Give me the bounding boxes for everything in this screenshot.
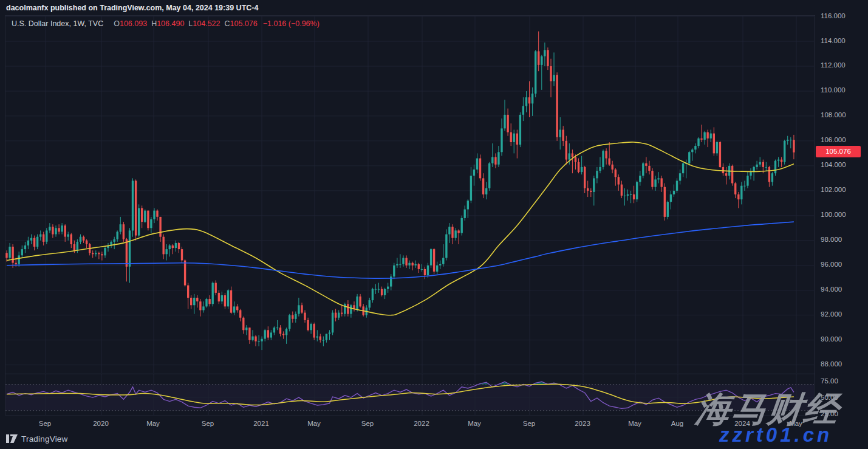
candle	[276, 327, 278, 328]
candle	[135, 181, 137, 236]
time-tick-label: 2022	[414, 420, 429, 427]
candle	[323, 340, 324, 341]
candle	[101, 254, 103, 255]
main-chart-pane[interactable]: U.S. Dollar Index, 1W, TVCO106.093H106.4…	[5, 15, 815, 374]
candle	[657, 178, 659, 179]
candle	[156, 211, 158, 217]
chart-legend[interactable]: U.S. Dollar Index, 1W, TVCO106.093H106.4…	[12, 19, 320, 28]
candle	[756, 165, 757, 167]
symbol-title[interactable]: U.S. Dollar Index, 1W, TVC	[12, 19, 103, 28]
close-label: C	[225, 19, 230, 28]
candle	[572, 153, 573, 157]
candle	[375, 289, 377, 290]
candle	[507, 115, 508, 132]
candle	[424, 269, 426, 275]
candle	[599, 167, 601, 171]
candle	[719, 142, 721, 167]
candle	[494, 157, 496, 165]
candle	[645, 163, 647, 166]
candle	[538, 51, 539, 65]
candle	[227, 290, 229, 307]
candle	[39, 235, 41, 237]
time-tick-label: Sep	[361, 420, 374, 427]
candle	[445, 235, 447, 258]
candle	[77, 242, 78, 250]
candle	[664, 187, 666, 217]
candle	[569, 153, 570, 159]
rsi-indicator-pane[interactable]	[5, 374, 815, 415]
candle	[273, 327, 275, 332]
candle	[421, 269, 423, 270]
candle	[476, 159, 478, 170]
price-tick-label: 98.000	[821, 235, 842, 244]
time-tick-label: 2021	[253, 420, 269, 427]
candle	[258, 341, 259, 342]
tradingview-brand-text[interactable]: TradingView	[21, 434, 68, 444]
candle	[581, 167, 583, 172]
candle	[667, 202, 669, 217]
candle	[648, 166, 650, 171]
candle	[163, 237, 165, 255]
price-tick-label: 100.000	[821, 210, 846, 219]
candle	[448, 227, 450, 234]
candle	[544, 50, 545, 56]
candle	[725, 173, 727, 176]
candle	[320, 337, 321, 340]
candle	[621, 185, 623, 196]
price-tick-label: 116.000	[821, 12, 846, 21]
candle	[169, 245, 171, 249]
candle	[199, 301, 201, 310]
candle	[205, 299, 207, 306]
candle	[784, 141, 785, 162]
candle	[399, 264, 401, 265]
rsi-tick-label: 75.00	[821, 377, 838, 386]
candle	[528, 97, 530, 103]
candle	[12, 247, 13, 263]
candle	[535, 51, 536, 94]
time-axis[interactable]: Sep2020MaySep2021MaySep2022MaySep2023May…	[5, 416, 815, 430]
ma-yellow-line	[7, 142, 794, 315]
candle	[516, 134, 518, 145]
low-value: 104.522	[193, 19, 220, 28]
candlestick-chart[interactable]	[5, 16, 814, 373]
rsi-chart[interactable]	[5, 374, 814, 415]
candle	[123, 224, 125, 239]
candle	[150, 219, 152, 228]
candle	[781, 160, 782, 162]
tradingview-brand[interactable]: TradingView	[6, 434, 68, 444]
price-tick-label: 90.000	[821, 335, 842, 344]
candle	[202, 306, 204, 310]
candle	[24, 245, 26, 249]
candle	[547, 50, 548, 66]
price-tick-label: 114.000	[821, 36, 846, 46]
candle	[208, 299, 210, 304]
candle	[239, 310, 241, 318]
candle	[144, 211, 146, 222]
candle	[703, 132, 705, 140]
candle	[627, 194, 629, 196]
candle	[762, 162, 764, 167]
price-tick-label: 102.000	[821, 185, 846, 194]
candle	[605, 151, 607, 158]
candle	[338, 313, 340, 318]
candle	[335, 313, 337, 318]
candle	[233, 306, 235, 312]
time-tick-label: 2020	[93, 420, 109, 427]
candle	[347, 304, 349, 314]
candle	[242, 318, 244, 331]
candle	[264, 330, 266, 338]
candle	[501, 128, 502, 152]
candle	[747, 176, 748, 185]
candle	[326, 334, 327, 340]
candle	[740, 186, 742, 200]
candle	[609, 159, 610, 165]
candle	[731, 166, 733, 183]
price-axis[interactable]: 116.000114.000112.000110.000108.000106.0…	[815, 0, 868, 449]
price-tick-label: 112.000	[821, 61, 846, 70]
candle	[313, 324, 315, 338]
candle	[734, 183, 736, 194]
candle	[36, 237, 38, 247]
price-tick-label: 92.000	[821, 310, 842, 319]
candle	[710, 134, 712, 139]
candle	[519, 115, 521, 145]
